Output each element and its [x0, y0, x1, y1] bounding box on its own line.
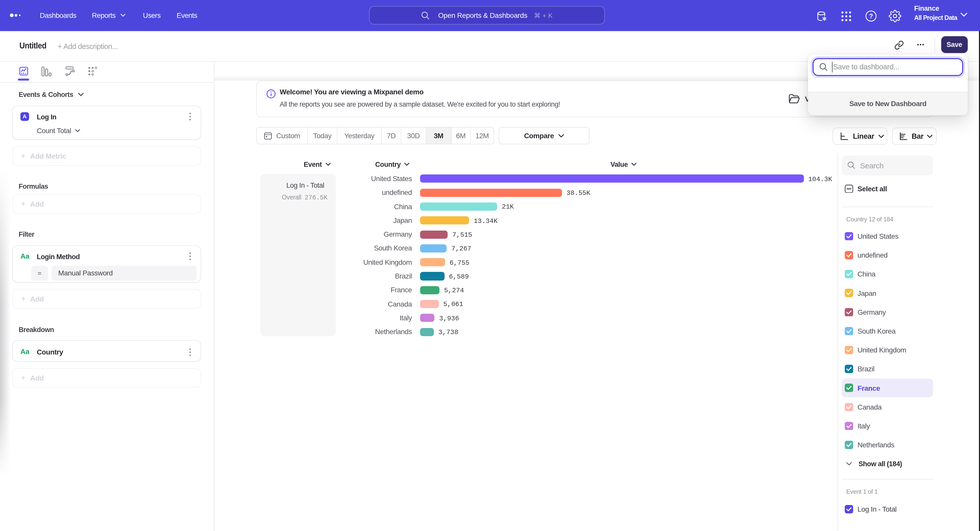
svg-text:?: ? — [869, 13, 873, 20]
